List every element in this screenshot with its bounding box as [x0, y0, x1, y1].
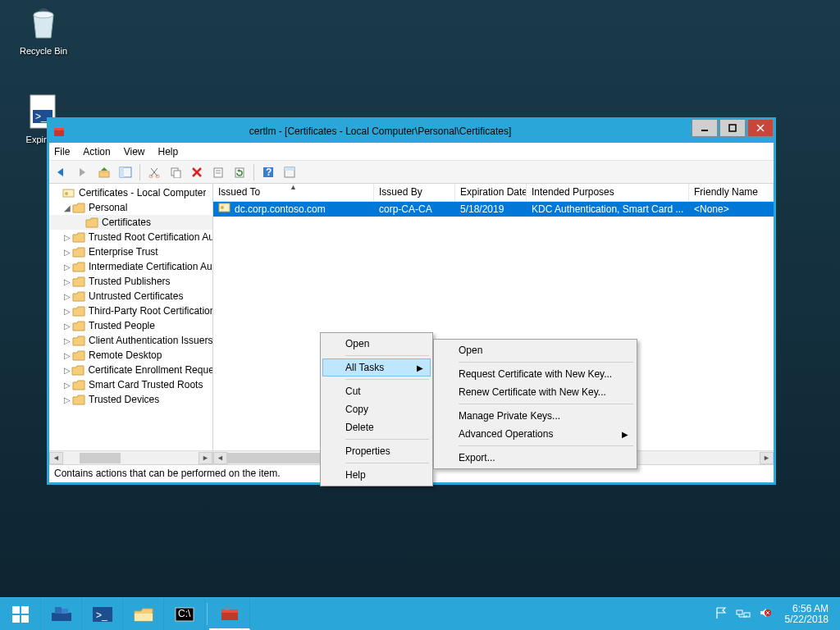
- copy-button[interactable]: [167, 163, 185, 181]
- start-button[interactable]: [0, 598, 41, 630]
- menu-action[interactable]: Action: [83, 146, 110, 158]
- cell-expiration: 5/18/2019: [455, 203, 527, 215]
- expand-icon[interactable]: ▷: [62, 277, 72, 286]
- ctx-cut[interactable]: Cut: [322, 382, 431, 400]
- menu-help[interactable]: Help: [158, 146, 179, 158]
- tray-flag-icon[interactable]: [714, 606, 728, 622]
- sub-advanced[interactable]: Advanced Operations▶: [436, 425, 635, 443]
- sub-open[interactable]: Open: [436, 341, 635, 359]
- tree-root[interactable]: Certificates - Local Computer: [49, 185, 212, 200]
- refresh-button[interactable]: [231, 163, 249, 181]
- scroll-thumb[interactable]: [80, 453, 121, 463]
- svg-rect-7: [729, 125, 736, 131]
- taskbar-mmc[interactable]: [209, 598, 250, 630]
- sub-renew[interactable]: Renew Certificate with New Key...: [436, 383, 635, 401]
- forward-button[interactable]: [74, 163, 92, 181]
- titlebar[interactable]: certlm - [Certificates - Local Computer\…: [49, 120, 774, 143]
- expand-icon[interactable]: ▷: [62, 351, 72, 360]
- help-button[interactable]: ?: [259, 163, 277, 181]
- tray-network-icon[interactable]: [736, 606, 751, 622]
- ctx-properties[interactable]: Properties: [322, 442, 431, 460]
- menu-view[interactable]: View: [124, 146, 145, 158]
- tree-pane: Certificates - Local Computer ◢ Personal…: [49, 184, 213, 464]
- cut-button[interactable]: [145, 163, 163, 181]
- tree-item[interactable]: ▷Trusted Publishers: [49, 274, 212, 289]
- col-friendly[interactable]: Friendly Name: [689, 184, 774, 201]
- window-title: certlm - [Certificates - Local Computer\…: [71, 126, 690, 137]
- minimize-button[interactable]: [692, 119, 718, 137]
- collapse-icon[interactable]: ◢: [62, 203, 72, 212]
- tray-volume-icon[interactable]: [759, 606, 772, 622]
- tree-item[interactable]: ▷Trusted Root Certification Au: [49, 230, 212, 244]
- expand-icon[interactable]: ▷: [62, 336, 72, 345]
- properties-button[interactable]: [209, 163, 227, 181]
- svg-rect-28: [285, 167, 294, 171]
- tree-item[interactable]: ▷Enterprise Trust: [49, 244, 212, 259]
- col-issued-to[interactable]: Issued To▲: [213, 184, 374, 201]
- menu-file[interactable]: File: [54, 146, 70, 158]
- expand-icon[interactable]: ▷: [62, 381, 72, 390]
- scroll-left-button[interactable]: ◄: [213, 452, 227, 464]
- tree-item[interactable]: ▷Intermediate Certification Au: [49, 259, 212, 274]
- expand-icon[interactable]: ▷: [62, 322, 72, 331]
- tree-item[interactable]: ▷Smart Card Trusted Roots: [49, 377, 212, 392]
- ctx-separator: [459, 404, 633, 404]
- expand-icon[interactable]: ▷: [62, 262, 72, 272]
- sub-request[interactable]: Request Certificate with New Key...: [436, 365, 635, 383]
- show-hide-tree-button[interactable]: [116, 163, 135, 181]
- tree-item[interactable]: ▷Client Authentication Issuers: [49, 333, 212, 348]
- taskbar-cmd[interactable]: C:\: [164, 598, 205, 630]
- tray-clock[interactable]: 6:56 AM 5/22/2018: [780, 604, 833, 625]
- folder-icon: [72, 335, 85, 346]
- sort-asc-icon: ▲: [290, 184, 297, 191]
- tree-item[interactable]: ▷Trusted Devices: [49, 392, 212, 407]
- svg-point-30: [65, 192, 68, 195]
- cell-issued-to: dc.corp.contoso.com: [235, 203, 326, 215]
- context-submenu: Open Request Certificate with New Key...…: [433, 339, 637, 469]
- cert-row[interactable]: dc.corp.contoso.com corp-CA-CA 5/18/2019…: [213, 202, 774, 217]
- expand-icon[interactable]: ▷: [62, 248, 72, 257]
- ctx-help[interactable]: Help: [322, 466, 431, 484]
- svg-rect-4: [54, 130, 64, 136]
- scroll-left-button[interactable]: ◄: [49, 452, 63, 464]
- close-button[interactable]: [747, 119, 774, 137]
- scroll-right-button[interactable]: ►: [199, 452, 212, 464]
- export-list-button[interactable]: [281, 163, 299, 181]
- up-button[interactable]: [95, 163, 113, 181]
- cell-issued-by: corp-CA-CA: [374, 203, 455, 215]
- taskbar-explorer[interactable]: [123, 598, 164, 630]
- svg-rect-35: [12, 615, 20, 623]
- tree-item[interactable]: ▷Untrusted Certificates: [49, 289, 212, 304]
- tree-item[interactable]: ▷Remote Desktop: [49, 348, 212, 363]
- expand-icon[interactable]: ▷: [62, 233, 72, 242]
- tree-item[interactable]: ▷Certificate Enrollment Reques: [49, 363, 212, 377]
- maximize-button[interactable]: [719, 119, 746, 137]
- scroll-right-button[interactable]: ►: [760, 452, 774, 464]
- expand-icon[interactable]: ▷: [62, 292, 72, 301]
- ctx-delete[interactable]: Delete: [322, 418, 431, 436]
- cell-purposes: KDC Authentication, Smart Card ...: [527, 203, 689, 215]
- taskbar-server-manager[interactable]: [41, 598, 82, 630]
- folder-icon: [72, 305, 85, 317]
- delete-button[interactable]: [188, 163, 206, 181]
- ctx-open[interactable]: Open: [322, 335, 431, 353]
- taskbar-powershell[interactable]: >_: [82, 598, 123, 630]
- expand-icon[interactable]: ▷: [62, 395, 72, 404]
- tree-item[interactable]: ▷Trusted People: [49, 318, 212, 333]
- tree-certificates[interactable]: Certificates: [49, 215, 212, 230]
- expand-icon[interactable]: ▷: [62, 366, 71, 375]
- col-issued-by[interactable]: Issued By: [374, 184, 455, 201]
- tree[interactable]: Certificates - Local Computer ◢ Personal…: [49, 184, 212, 450]
- sub-export[interactable]: Export...: [436, 449, 635, 467]
- sub-manage[interactable]: Manage Private Keys...: [436, 407, 635, 425]
- ctx-all-tasks[interactable]: All Tasks▶: [322, 358, 431, 377]
- tree-hscrollbar[interactable]: ◄ ►: [49, 450, 212, 464]
- recycle-bin[interactable]: Recycle Bin: [15, 3, 72, 56]
- tree-item[interactable]: ▷Third-Party Root Certification: [49, 304, 212, 318]
- ctx-copy[interactable]: Copy: [322, 400, 431, 418]
- tree-personal[interactable]: ◢ Personal: [49, 200, 212, 215]
- back-button[interactable]: [52, 163, 71, 181]
- expand-icon[interactable]: ▷: [62, 307, 72, 316]
- col-expiration[interactable]: Expiration Date: [455, 184, 527, 201]
- col-purposes[interactable]: Intended Purposes: [527, 184, 689, 201]
